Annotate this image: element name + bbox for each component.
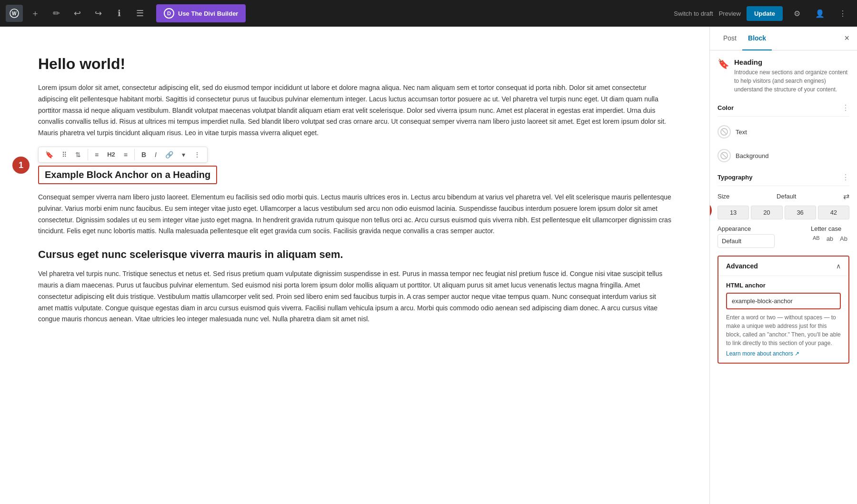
advanced-body: HTML anchor Enter a word or two — withou… bbox=[718, 276, 848, 363]
typography-section-header: Typography ⋮ bbox=[717, 173, 849, 186]
tab-post[interactable]: Post bbox=[717, 27, 742, 50]
last-paragraph: Vel pharetra vel turpis nunc. Tristique … bbox=[38, 268, 671, 325]
page-title: Hello world! bbox=[38, 55, 671, 73]
typography-section: 2 Typography ⋮ Size Default ⇄ 13 20 36 4… bbox=[717, 173, 849, 248]
case-titlecase[interactable]: Ab bbox=[838, 234, 849, 243]
block-info-text: Heading Introduce new sections and organ… bbox=[734, 58, 849, 94]
redo-button[interactable]: ↪ bbox=[90, 5, 107, 22]
size-default: Default bbox=[777, 193, 796, 200]
sidebar: Post Block × 🔖 Heading Introduce new sec… bbox=[709, 27, 857, 504]
learn-more-anchors-link[interactable]: Learn more about anchors ↗ bbox=[726, 350, 841, 357]
advanced-chevron-icon: ∧ bbox=[836, 262, 841, 270]
divi-logo: D bbox=[164, 8, 174, 19]
heading-block-wrapper: 1 🔖 ⠿ ⇅ ≡ H2 ≡ B I 🔗 ▾ ⋮ Example Block A… bbox=[38, 147, 671, 184]
size-20[interactable]: 20 bbox=[751, 206, 782, 219]
letter-case-options: AB ab Ab bbox=[811, 234, 849, 243]
color-text-row: Text bbox=[717, 122, 849, 141]
color-background-row: Background bbox=[717, 146, 849, 165]
more-options-button[interactable]: ⋮ bbox=[834, 5, 851, 22]
letter-case-label: Letter case bbox=[811, 225, 849, 232]
typography-section-dots[interactable]: ⋮ bbox=[842, 173, 849, 182]
italic-toolbar-btn[interactable]: I bbox=[152, 149, 159, 160]
text-color-label: Text bbox=[736, 128, 747, 136]
list-view-button[interactable]: ☰ bbox=[131, 5, 149, 22]
step-1-badge: 1 bbox=[12, 157, 30, 174]
sub-heading: Cursus eget nunc scelerisque viverra mau… bbox=[38, 248, 671, 261]
sidebar-content: 🔖 Heading Introduce new sections and org… bbox=[710, 50, 857, 504]
align-toolbar-btn[interactable]: ≡ bbox=[92, 149, 101, 160]
settings-button[interactable]: ⚙ bbox=[788, 5, 806, 22]
add-block-button[interactable]: ＋ bbox=[27, 5, 44, 22]
tools-button[interactable]: ✏ bbox=[48, 5, 65, 22]
preview-link[interactable]: Preview bbox=[719, 10, 741, 17]
appearance-select-wrapper: Default bbox=[717, 234, 803, 248]
updown-toolbar-btn[interactable]: ⇅ bbox=[72, 149, 84, 160]
case-uppercase[interactable]: AB bbox=[811, 234, 822, 243]
update-button[interactable]: Update bbox=[747, 6, 783, 21]
svg-line-5 bbox=[722, 154, 726, 158]
case-lowercase[interactable]: ab bbox=[825, 234, 835, 243]
html-anchor-input[interactable] bbox=[726, 293, 841, 309]
topbar: W ＋ ✏ ↩ ↪ ℹ ☰ D Use The Divi Builder Swi… bbox=[0, 0, 857, 27]
block-name: Heading bbox=[734, 58, 849, 66]
appearance-select[interactable]: Default bbox=[717, 234, 775, 248]
size-filter-button[interactable]: ⇄ bbox=[843, 192, 849, 201]
sidebar-tabs: Post Block × bbox=[710, 27, 857, 50]
size-options: 13 20 36 42 bbox=[717, 206, 849, 219]
toolbar-separator-2 bbox=[134, 149, 135, 160]
align-center-toolbar-btn[interactable]: ≡ bbox=[121, 149, 130, 160]
more-toolbar-btn[interactable]: ⋮ bbox=[191, 149, 203, 160]
info-button[interactable]: ℹ bbox=[110, 5, 128, 22]
switch-draft-link[interactable]: Switch to draft bbox=[674, 10, 713, 17]
example-heading[interactable]: Example Block Anchor on a Heading bbox=[38, 166, 217, 184]
step-2-badge: 2 bbox=[709, 202, 712, 219]
advanced-section: 3 Advanced ∧ HTML anchor Enter a word or… bbox=[717, 256, 849, 364]
advanced-title: Advanced bbox=[726, 262, 758, 270]
bold-toolbar-btn[interactable]: B bbox=[139, 149, 149, 160]
color-section-header: Color ⋮ bbox=[717, 103, 849, 117]
letter-case-section: Letter case AB ab Ab bbox=[811, 225, 849, 243]
sidebar-close-button[interactable]: × bbox=[844, 27, 849, 50]
wp-logo: W bbox=[6, 5, 23, 22]
h2-toolbar-btn[interactable]: H2 bbox=[104, 149, 118, 160]
drag-toolbar-btn[interactable]: ⠿ bbox=[59, 149, 70, 160]
size-36[interactable]: 36 bbox=[785, 206, 816, 219]
appearance-section: Appearance Default bbox=[717, 225, 803, 248]
block-info: 🔖 Heading Introduce new sections and org… bbox=[717, 58, 849, 94]
user-avatar[interactable]: 👤 bbox=[811, 5, 828, 22]
divi-builder-button[interactable]: D Use The Divi Builder bbox=[156, 4, 246, 22]
size-row: Size Default ⇄ bbox=[717, 192, 849, 201]
color-section-dots[interactable]: ⋮ bbox=[842, 103, 849, 112]
html-anchor-label: HTML anchor bbox=[726, 282, 841, 289]
layout: Hello world! Lorem ipsum dolor sit amet,… bbox=[0, 27, 857, 504]
text-color-swatch[interactable] bbox=[717, 125, 731, 138]
after-heading-paragraph: Consequat semper viverra nam libero just… bbox=[38, 192, 671, 237]
link-toolbar-btn[interactable]: 🔗 bbox=[162, 149, 176, 160]
undo-button[interactable]: ↩ bbox=[69, 5, 86, 22]
color-section-title: Color bbox=[717, 104, 734, 111]
chevron-toolbar-btn[interactable]: ▾ bbox=[179, 149, 188, 160]
block-description: Introduce new sections and organize cont… bbox=[734, 68, 849, 94]
typography-section-title: Typography bbox=[717, 174, 752, 181]
size-42[interactable]: 42 bbox=[818, 206, 849, 219]
size-label: Size bbox=[717, 193, 729, 200]
background-color-label: Background bbox=[736, 152, 768, 159]
background-color-swatch[interactable] bbox=[717, 149, 731, 162]
topbar-right: Switch to draft Preview Update ⚙ 👤 ⋮ bbox=[674, 5, 851, 22]
size-13[interactable]: 13 bbox=[717, 206, 749, 219]
toolbar-separator bbox=[88, 149, 88, 160]
tab-block[interactable]: Block bbox=[742, 27, 772, 50]
advanced-header[interactable]: Advanced ∧ bbox=[718, 257, 848, 276]
svg-text:W: W bbox=[12, 11, 17, 16]
heading-block-icon: 🔖 bbox=[717, 58, 729, 69]
block-toolbar: 🔖 ⠿ ⇅ ≡ H2 ≡ B I 🔗 ▾ ⋮ bbox=[38, 147, 208, 163]
bookmark-toolbar-btn[interactable]: 🔖 bbox=[42, 149, 56, 160]
anchor-help-text: Enter a word or two — without spaces — t… bbox=[726, 313, 841, 347]
svg-line-3 bbox=[722, 130, 726, 134]
editor-area: Hello world! Lorem ipsum dolor sit amet,… bbox=[0, 27, 709, 504]
appearance-lettercase-row: Appearance Default Letter case AB ab Ab bbox=[717, 225, 849, 248]
intro-paragraph: Lorem ipsum dolor sit amet, consectetur … bbox=[38, 82, 671, 139]
appearance-label: Appearance bbox=[717, 225, 803, 232]
